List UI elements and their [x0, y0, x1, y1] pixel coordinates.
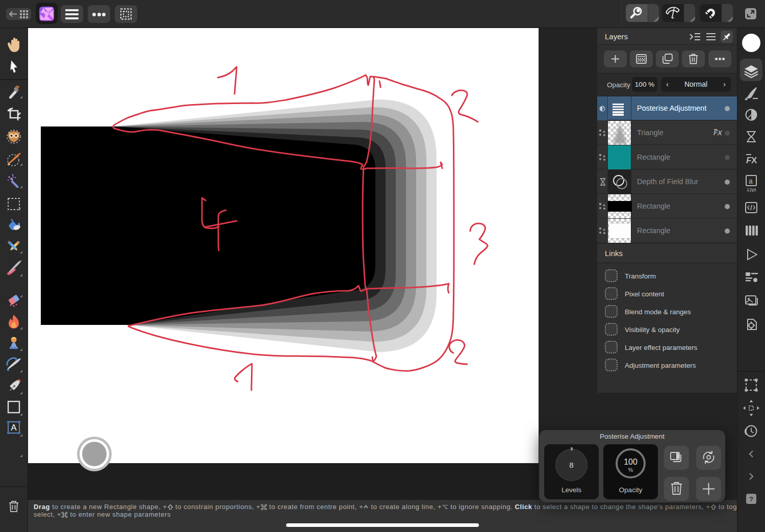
svg-text:FX: FX: [713, 129, 723, 137]
svg-text:?: ?: [749, 495, 753, 503]
svg-text:12pt: 12pt: [747, 187, 756, 192]
svg-text:X: X: [751, 156, 757, 165]
svg-text:A: A: [11, 423, 17, 433]
svg-text:a: a: [749, 177, 753, 185]
